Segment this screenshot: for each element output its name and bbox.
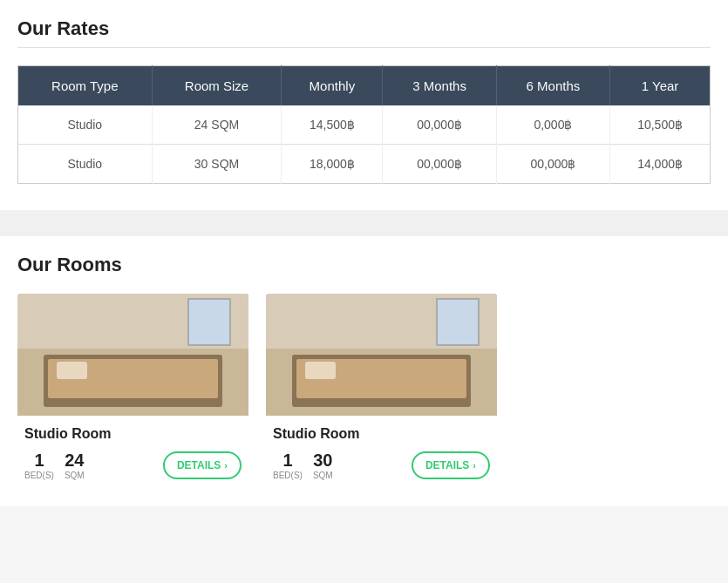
cell-monthly: 18,000฿: [282, 145, 383, 184]
details-button[interactable]: DETAILS ›: [163, 451, 242, 479]
cell-6months: 00,000฿: [496, 145, 609, 184]
room-beds-stat: 1 BED(S): [24, 451, 54, 480]
col-header-room-size: Room Size: [152, 66, 282, 106]
col-header-1year: 1 Year: [610, 66, 711, 106]
cell-3months: 00,000฿: [383, 105, 496, 145]
chevron-right-icon: ›: [224, 460, 228, 471]
cell-room-size: 24 SQM: [152, 105, 282, 145]
table-row: Studio 30 SQM 18,000฿ 00,000฿ 00,000฿ 14…: [18, 145, 711, 184]
col-header-3months: 3 Months: [383, 66, 496, 106]
room-meta: 1 BED(S) 30 SQM DETAILS ›: [273, 451, 490, 480]
room-info: Studio Room 1 BED(S) 30 SQM DETAILS ›: [266, 416, 497, 489]
room-sqm-label: SQM: [65, 471, 85, 480]
table-row: Studio 24 SQM 14,500฿ 00,000฿ 0,000฿ 10,…: [18, 105, 711, 145]
cell-room-type: Studio: [18, 145, 153, 184]
room-name: Studio Room: [24, 426, 242, 442]
chevron-right-icon: ›: [473, 460, 476, 471]
room-beds-value: 1: [282, 451, 292, 471]
room-beds-label: BED(S): [273, 471, 303, 480]
room-name: Studio Room: [273, 426, 490, 442]
rates-section-title: Our Rates: [17, 17, 711, 48]
room-info: Studio Room 1 BED(S) 24 SQM DETAILS ›: [17, 416, 248, 489]
cell-room-type: Studio: [18, 105, 153, 145]
room-sqm-stat: 24 SQM: [65, 451, 85, 480]
rates-table: Room Type Room Size Monthly 3 Months 6 M…: [17, 65, 711, 184]
room-image: [17, 294, 248, 416]
room-image: [266, 294, 497, 416]
rates-table-header-row: Room Type Room Size Monthly 3 Months 6 M…: [18, 66, 711, 106]
details-label: DETAILS: [425, 459, 469, 471]
room-sqm-stat: 30 SQM: [313, 451, 333, 480]
cell-monthly: 14,500฿: [282, 105, 383, 145]
rooms-grid: Studio Room 1 BED(S) 24 SQM DETAILS ›: [17, 294, 711, 489]
details-button[interactable]: DETAILS ›: [412, 451, 490, 479]
cell-room-size: 30 SQM: [152, 145, 282, 184]
room-card: Studio Room 1 BED(S) 30 SQM DETAILS ›: [266, 294, 497, 489]
col-header-room-type: Room Type: [18, 66, 153, 106]
col-header-monthly: Monthly: [282, 66, 383, 106]
room-card: Studio Room 1 BED(S) 24 SQM DETAILS ›: [17, 294, 248, 489]
rooms-section-title: Our Rooms: [17, 254, 711, 276]
cell-6months: 0,000฿: [496, 105, 609, 145]
room-meta: 1 BED(S) 24 SQM DETAILS ›: [24, 451, 242, 480]
room-sqm-value: 24: [65, 451, 84, 471]
room-beds-value: 1: [34, 451, 44, 471]
room-sqm-label: SQM: [313, 471, 333, 480]
room-sqm-value: 30: [313, 451, 332, 471]
section-separator: [0, 210, 728, 236]
details-label: DETAILS: [177, 459, 221, 471]
room-beds-stat: 1 BED(S): [273, 451, 303, 480]
col-header-6months: 6 Months: [496, 66, 609, 106]
room-beds-label: BED(S): [24, 471, 54, 480]
cell-3months: 00,000฿: [383, 145, 496, 184]
cell-1year: 10,500฿: [610, 105, 711, 145]
cell-1year: 14,000฿: [610, 145, 711, 184]
